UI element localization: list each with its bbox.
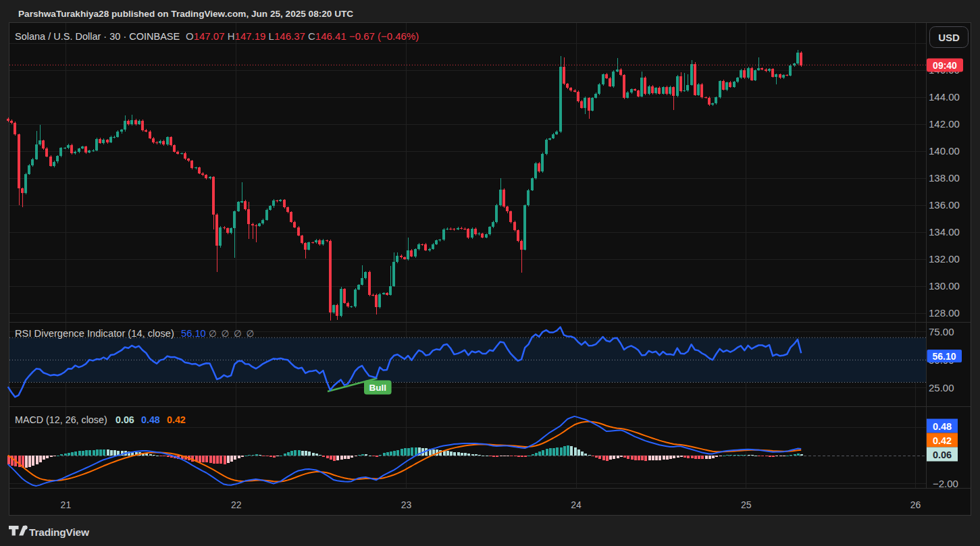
svg-text:USD: USD xyxy=(938,32,960,43)
svg-text:Solana / U.S. Dollar · 30 · CO: Solana / U.S. Dollar · 30 · COINBASE xyxy=(15,31,180,42)
svg-text:56.10: 56.10 xyxy=(181,328,206,339)
svg-text:25: 25 xyxy=(741,499,752,510)
svg-text:24: 24 xyxy=(571,499,582,510)
svg-text:0.06: 0.06 xyxy=(115,414,134,425)
svg-text:TradingView: TradingView xyxy=(29,526,90,538)
svg-text:21: 21 xyxy=(61,499,72,510)
svg-text:09:40: 09:40 xyxy=(933,60,957,71)
svg-text:136.00: 136.00 xyxy=(929,199,960,211)
svg-text:0.48: 0.48 xyxy=(141,414,160,425)
svg-text:132.00: 132.00 xyxy=(929,253,960,265)
svg-text:128.00: 128.00 xyxy=(929,307,960,319)
svg-text:25.00: 25.00 xyxy=(929,382,954,393)
svg-text:0.42: 0.42 xyxy=(167,414,186,425)
svg-text:0.42: 0.42 xyxy=(933,435,952,446)
svg-text:0.48: 0.48 xyxy=(933,421,952,432)
svg-text:∅: ∅ xyxy=(222,329,230,339)
svg-text:130.00: 130.00 xyxy=(929,280,960,292)
svg-text:140.00: 140.00 xyxy=(929,145,960,157)
svg-text:−2.00: −2.00 xyxy=(933,478,958,489)
svg-text:26: 26 xyxy=(910,499,921,510)
svg-text:23: 23 xyxy=(401,499,412,510)
svg-text:0.06: 0.06 xyxy=(933,449,952,460)
svg-text:∅: ∅ xyxy=(247,329,255,339)
svg-text:134.00: 134.00 xyxy=(929,226,960,238)
svg-text:22: 22 xyxy=(231,499,242,510)
svg-text:142.00: 142.00 xyxy=(929,118,960,130)
svg-text:56.10: 56.10 xyxy=(932,351,956,362)
svg-text:RSI Divergence Indicator (14,: RSI Divergence Indicator (14, close) xyxy=(15,328,174,339)
svg-text:75.00: 75.00 xyxy=(929,326,954,337)
svg-text:144.00: 144.00 xyxy=(929,91,960,103)
svg-text:ParshwaTurakhiya28 published o: ParshwaTurakhiya28 published on TradingV… xyxy=(18,9,353,19)
svg-text:O147.07 H147.19 L146.37 C146.4: O147.07 H147.19 L146.37 C146.41 −0.67 (−… xyxy=(186,30,419,42)
svg-text:∅: ∅ xyxy=(234,329,242,339)
svg-text:MACD (12, 26, close): MACD (12, 26, close) xyxy=(15,414,107,425)
svg-text:Bull: Bull xyxy=(369,383,387,393)
svg-text:∅: ∅ xyxy=(209,329,217,339)
svg-text:138.00: 138.00 xyxy=(929,172,960,184)
